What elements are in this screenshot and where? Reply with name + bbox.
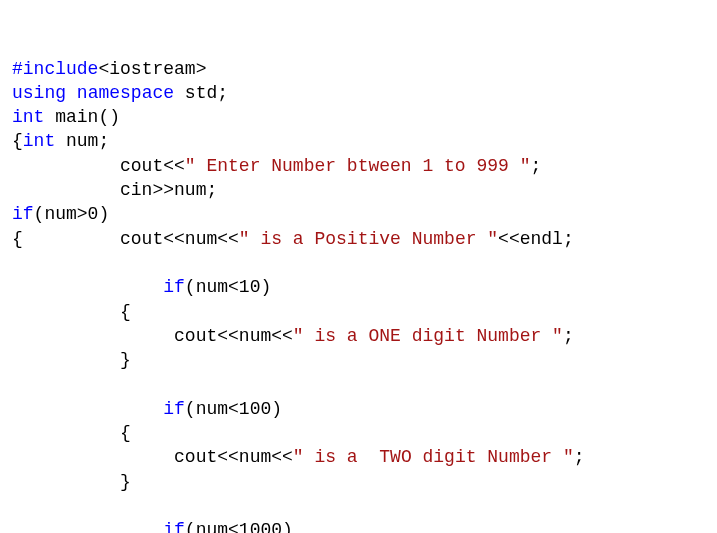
brace-open: { (12, 131, 23, 151)
identifier: std; (174, 83, 228, 103)
keyword-int: int (12, 107, 44, 127)
keyword-namespace: namespace (77, 83, 174, 103)
preproc: #include (12, 59, 98, 79)
code-line: cin>>num; (12, 180, 217, 200)
indent (12, 520, 163, 533)
indent (12, 277, 163, 297)
semicolon: ; (574, 447, 585, 467)
code-line: { (12, 302, 131, 322)
code-line: if(num>0) (12, 204, 109, 224)
include-target: <iostream> (98, 59, 206, 79)
code-line: cout<<num<<" is a TWO digit Number "; (12, 447, 585, 467)
code-line: int main() (12, 107, 120, 127)
code-line: using namespace std; (12, 83, 228, 103)
string-literal: " is a TWO digit Number " (293, 447, 574, 467)
keyword-if: if (163, 277, 185, 297)
space (66, 83, 77, 103)
code-line: } (12, 472, 131, 492)
condition: (num>0) (34, 204, 110, 224)
stmt: cout<<num<< (12, 326, 293, 346)
code-line: if(num<100) (12, 399, 282, 419)
condition: (num<10) (185, 277, 271, 297)
indent (12, 399, 163, 419)
code-line: { cout<<num<<" is a Positive Number "<<e… (12, 229, 574, 249)
keyword-int: int (23, 131, 55, 151)
stmt: { cout<<num<< (12, 229, 239, 249)
code-line: cout<<num<<" is a ONE digit Number "; (12, 326, 574, 346)
identifier: num; (55, 131, 109, 151)
code-line: if(num<1000) (12, 520, 293, 533)
semicolon: ; (530, 156, 541, 176)
stmt-tail: <<endl; (498, 229, 574, 249)
code-line: cout<<" Enter Number btween 1 to 999 "; (12, 156, 541, 176)
identifier: main() (44, 107, 120, 127)
code-line: if(num<10) (12, 277, 271, 297)
stmt: cout<< (12, 156, 185, 176)
string-literal: " is a ONE digit Number " (293, 326, 563, 346)
code-block: #include<iostream> using namespace std; … (12, 57, 705, 533)
string-literal: " is a Positive Number " (239, 229, 498, 249)
string-literal: " Enter Number btween 1 to 999 " (185, 156, 531, 176)
keyword-using: using (12, 83, 66, 103)
condition: (num<1000) (185, 520, 293, 533)
keyword-if: if (12, 204, 34, 224)
semicolon: ; (563, 326, 574, 346)
stmt: cout<<num<< (12, 447, 293, 467)
stmt: cin>>num; (12, 180, 217, 200)
code-line: } (12, 350, 131, 370)
keyword-if: if (163, 520, 185, 533)
condition: (num<100) (185, 399, 282, 419)
code-line: { (12, 423, 131, 443)
code-line: {int num; (12, 131, 109, 151)
code-line: #include<iostream> (12, 59, 206, 79)
keyword-if: if (163, 399, 185, 419)
